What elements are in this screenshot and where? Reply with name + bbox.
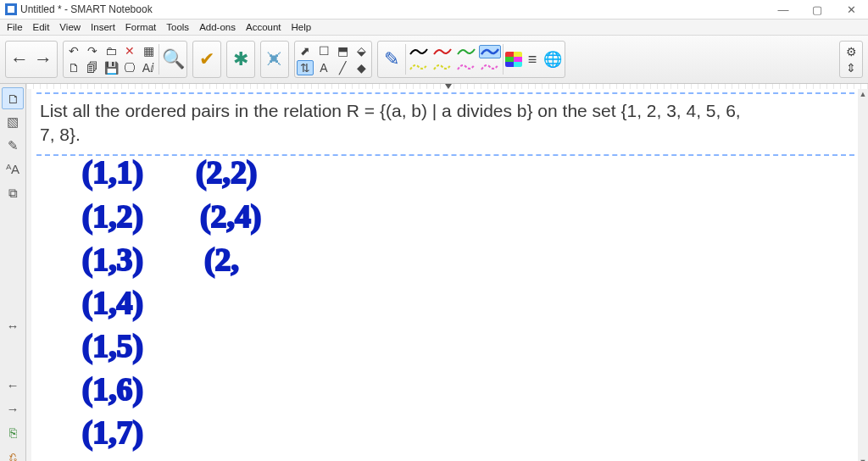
side-gallery-button[interactable]: ▧ xyxy=(2,111,24,133)
menu-edit[interactable]: Edit xyxy=(30,22,53,32)
ink-1-5: (1,5) xyxy=(82,328,143,364)
screen-button[interactable]: 🖵 xyxy=(121,60,138,75)
window-title: Untitled * - SMART Notebook xyxy=(20,3,153,15)
align-button[interactable]: ≡ xyxy=(522,43,542,75)
vertical-scrollbar[interactable]: ▲ ▼ xyxy=(857,89,868,461)
file-group: ↶ 🗋 ↷ 🗐 🗀 💾 ✕ 🖵 ▦ Aⅈ 🔍 xyxy=(63,41,187,78)
scroll-down-icon[interactable]: ▼ xyxy=(858,457,868,461)
pen-group: ✎ ≡ 🌐 xyxy=(377,41,565,78)
pen-red[interactable] xyxy=(431,45,453,58)
title-bar: Untitled * - SMART Notebook — ▢ ✕ xyxy=(0,0,868,19)
text-button[interactable]: A xyxy=(315,60,332,75)
pen-green[interactable] xyxy=(455,45,477,58)
globe-button[interactable]: 🌐 xyxy=(542,43,563,75)
ink-1-1: (1,1) xyxy=(82,155,143,192)
pen-pink-dashed[interactable] xyxy=(455,60,477,74)
delete-button[interactable]: ✕ xyxy=(121,43,138,58)
table-button[interactable]: ▦ xyxy=(140,43,157,58)
problem-line-1: List all the ordered pairs in the relati… xyxy=(40,99,849,123)
ink-1-3: (1,3) xyxy=(82,242,143,278)
menu-addons[interactable]: Add-ons xyxy=(196,22,239,32)
nav-forward-button[interactable]: → xyxy=(31,43,55,75)
side-prev-button[interactable]: ← xyxy=(2,374,24,396)
open-button[interactable]: 🗀 xyxy=(103,43,120,58)
ink-2-2: (2,2) xyxy=(196,155,257,192)
menu-insert[interactable]: Insert xyxy=(87,22,119,32)
ink-layer: (1,1) (1,2) (1,3) (1,4) (1,5) (1,6) (1,7… xyxy=(31,150,858,461)
ink-1-2: (1,2) xyxy=(82,198,143,235)
pen-button[interactable]: ✎ xyxy=(380,43,403,75)
fill-button[interactable]: ⬒ xyxy=(334,43,351,58)
expand-button[interactable]: ⇕ xyxy=(843,60,860,75)
menu-help[interactable]: Help xyxy=(288,22,315,32)
check-group: ✔ xyxy=(192,41,221,78)
duplicate-button[interactable]: 🗐 xyxy=(84,60,101,75)
menu-tools[interactable]: Tools xyxy=(163,22,192,32)
side-text-button[interactable]: ᴬA xyxy=(2,158,24,181)
zoom-button[interactable]: 🔍 xyxy=(161,43,185,75)
side-toolbar: 🗋 ▧ ✎ ᴬA ⧉ ↔ ← → ⎘ ⎌ xyxy=(0,84,26,461)
puzzle-button[interactable]: ⯍ xyxy=(263,43,287,75)
pen-black[interactable] xyxy=(408,45,430,58)
ink-2-4: (2,4) xyxy=(200,198,261,235)
nav-back-button[interactable]: ← xyxy=(8,43,31,75)
ink-1-6: (1,6) xyxy=(82,371,143,408)
color-picker-button[interactable] xyxy=(505,52,522,67)
eraser-button[interactable]: ◆ xyxy=(353,60,370,75)
side-width-button[interactable]: ↔ xyxy=(2,314,24,336)
select-tools-group: ⬈ ⇅ ☐ A ⬒ ╱ ⬙ ◆ xyxy=(294,41,372,78)
side-page-button[interactable]: 🗋 xyxy=(2,87,24,109)
redo-button[interactable]: ↷ xyxy=(84,43,101,58)
minimize-button[interactable]: — xyxy=(766,0,800,19)
settings-button[interactable]: ⚙ xyxy=(843,44,860,58)
puzzle-group: ⯍ xyxy=(260,41,289,78)
side-next-button[interactable]: → xyxy=(2,397,24,419)
line-button[interactable]: ╱ xyxy=(334,60,351,75)
undo-button[interactable]: ↶ xyxy=(65,43,82,58)
save-button[interactable]: 💾 xyxy=(103,60,120,75)
ink-1-4: (1,4) xyxy=(82,285,143,321)
ink-2-partial: (2, xyxy=(204,242,239,278)
right-tools-group: ⚙ ⇕ xyxy=(839,41,863,78)
close-button[interactable]: ✕ xyxy=(834,0,868,19)
problem-text-box[interactable]: List all the ordered pairs in the relati… xyxy=(36,92,854,156)
app-icon xyxy=(5,3,17,15)
maximize-button[interactable]: ▢ xyxy=(800,0,834,19)
nav-group: ← → xyxy=(5,41,58,78)
text-style-button[interactable]: Aⅈ xyxy=(140,60,157,75)
scroll-up-icon[interactable]: ▲ xyxy=(858,89,868,99)
side-attach-button[interactable]: ✎ xyxy=(2,135,24,157)
menu-account[interactable]: Account xyxy=(242,22,285,32)
side-reset-button[interactable]: ⎌ xyxy=(2,445,24,461)
canvas[interactable]: ▲ ▼ List all the ordered pairs in the re… xyxy=(26,84,868,461)
menu-view[interactable]: View xyxy=(56,22,84,32)
pen-yellow-dashed[interactable] xyxy=(408,60,430,74)
pointer-button[interactable]: ⬈ xyxy=(297,43,314,58)
addon-group: ✱ xyxy=(226,41,255,78)
check-button[interactable]: ✔ xyxy=(195,43,219,75)
side-insert-button[interactable]: ⎘ xyxy=(2,421,24,443)
paint-button[interactable]: ⬙ xyxy=(353,43,370,58)
pen-yellow-dashed-2[interactable] xyxy=(431,60,453,74)
pen-pink-dashed-2[interactable] xyxy=(479,60,501,74)
new-page-button[interactable]: 🗋 xyxy=(65,60,82,75)
ink-1-7: (1,7) xyxy=(82,415,143,452)
shape-button[interactable]: ☐ xyxy=(315,43,332,58)
menu-file[interactable]: File xyxy=(3,22,26,32)
pen-blue[interactable] xyxy=(479,45,501,58)
menu-format[interactable]: Format xyxy=(122,22,159,32)
page: List all the ordered pairs in the relati… xyxy=(31,89,858,461)
problem-line-2: 7, 8}. xyxy=(40,123,849,147)
pen-swatches xyxy=(408,45,501,74)
menu-bar: File Edit View Insert Format Tools Add-o… xyxy=(0,19,868,36)
side-addon-button[interactable]: ⧉ xyxy=(2,182,24,204)
addon-button[interactable]: ✱ xyxy=(229,43,253,75)
measure-button[interactable]: ⇅ xyxy=(297,60,314,75)
workspace: 🗋 ▧ ✎ ᴬA ⧉ ↔ ← → ⎘ ⎌ ▲ ▼ List all the or… xyxy=(0,84,868,461)
main-toolbar: ← → ↶ 🗋 ↷ 🗐 🗀 💾 ✕ 🖵 ▦ Aⅈ 🔍 ✔ ✱ ⯍ ⬈ ⇅ ☐ xyxy=(0,36,868,84)
